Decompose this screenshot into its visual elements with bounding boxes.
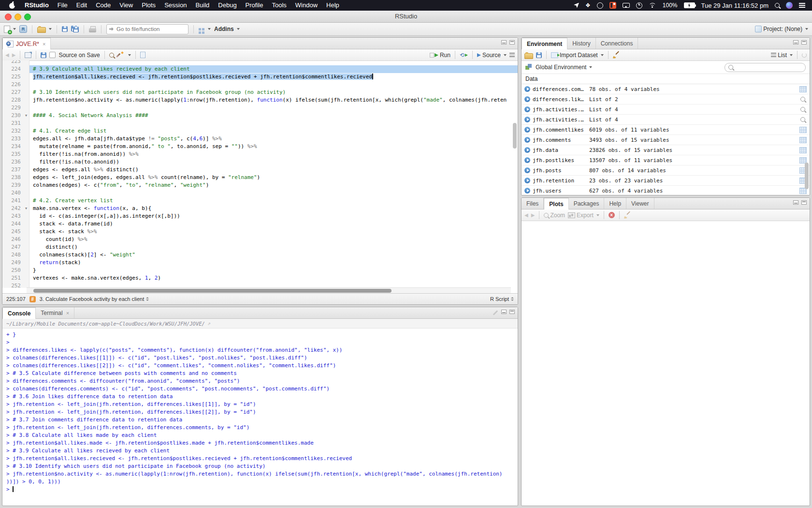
panes-layout-button[interactable]	[199, 28, 211, 30]
goto-file-function-input[interactable]	[116, 26, 175, 32]
plots-tab-plots[interactable]: Plots	[544, 198, 568, 209]
minimize-pane-icon[interactable]	[501, 40, 507, 45]
find-replace-icon[interactable]	[109, 53, 114, 58]
save-all-button[interactable]	[71, 26, 79, 32]
environment-object-row[interactable]: jfh.activities.…List of 4	[522, 115, 810, 125]
dropbox-icon[interactable]: ❖	[585, 2, 591, 8]
environment-object-row[interactable]: jfh.users627 obs. of 4 variables	[522, 186, 810, 195]
expand-object-icon[interactable]	[524, 117, 530, 122]
expand-object-icon[interactable]	[524, 167, 530, 173]
environment-object-row[interactable]: jfh.comments3493 obs. of 15 variables	[522, 135, 810, 145]
clear-console-icon[interactable]	[493, 310, 498, 315]
menu-item-edit[interactable]: Edit	[72, 1, 91, 9]
expand-object-icon[interactable]	[524, 137, 530, 143]
environment-vertical-scrollbar[interactable]	[805, 163, 809, 189]
menu-item-code[interactable]: Code	[91, 1, 115, 9]
inspect-object-icon[interactable]	[800, 97, 805, 102]
section-navigator[interactable]: 3. Calculate Facebook activity by each c…	[40, 296, 149, 302]
load-workspace-icon[interactable]	[524, 53, 533, 59]
open-file-button[interactable]	[37, 25, 52, 33]
menu-item-session[interactable]: Session	[160, 1, 191, 9]
expand-object-icon[interactable]	[524, 157, 530, 163]
inspect-object-icon[interactable]	[800, 107, 805, 112]
refresh-icon[interactable]	[802, 53, 807, 58]
document-outline-icon[interactable]	[509, 53, 515, 57]
display-mirroring-icon[interactable]	[623, 3, 630, 8]
environment-tab-history[interactable]: History	[567, 38, 595, 49]
list-view-button[interactable]: List	[771, 52, 793, 59]
code-editor[interactable]: 223224# 3.9 Calculate all likes recieved…	[2, 60, 518, 288]
expand-object-icon[interactable]	[524, 127, 530, 133]
environment-object-row[interactable]: jfh.posts807 obs. of 14 variables	[522, 165, 810, 176]
new-file-button[interactable]	[4, 26, 16, 33]
project-menu-button[interactable]: Project: (None)	[755, 26, 808, 32]
close-tab-icon[interactable]: ×	[43, 41, 45, 47]
forward-icon[interactable]: ▶	[12, 52, 16, 58]
menu-item-help[interactable]: Help	[322, 1, 344, 9]
maximize-pane-icon[interactable]	[801, 40, 807, 45]
expand-object-icon[interactable]	[524, 106, 530, 112]
export-plot-button[interactable]: Export	[568, 212, 599, 219]
next-plot-icon[interactable]: ▶	[531, 212, 535, 218]
plots-tab-viewer[interactable]: Viewer	[626, 198, 654, 209]
circle-zero-app-icon[interactable]	[597, 2, 603, 9]
close-tab-icon[interactable]: ×	[66, 310, 69, 316]
menu-item-debug[interactable]: Debug	[214, 1, 241, 9]
environment-object-row[interactable]: jfh.commentlikes6019 obs. of 11 variable…	[522, 125, 810, 135]
goto-directory-icon[interactable]: ⇗	[207, 320, 211, 327]
notification-center-icon[interactable]	[799, 3, 805, 8]
maximize-pane-icon[interactable]	[801, 200, 807, 205]
environment-object-row[interactable]: jfh.data23826 obs. of 15 variables	[522, 145, 810, 155]
source-button[interactable]: Source	[477, 52, 507, 59]
plots-tab-files[interactable]: Files	[522, 198, 544, 209]
expand-object-icon[interactable]	[524, 188, 530, 194]
expand-object-icon[interactable]	[524, 86, 530, 92]
rerun-button[interactable]: ⟲	[460, 52, 468, 58]
environment-object-row[interactable]: jfh.activities.…List of 4	[522, 105, 810, 115]
menu-item-rstudio[interactable]: RStudio	[20, 1, 53, 9]
save-button[interactable]	[62, 26, 68, 32]
time-machine-icon[interactable]	[636, 2, 642, 9]
environment-search-input[interactable]	[736, 64, 791, 71]
menu-item-plots[interactable]: Plots	[137, 1, 160, 9]
back-icon[interactable]: ◀	[5, 52, 9, 58]
clear-all-plots-icon[interactable]	[624, 212, 631, 219]
maximize-pane-icon[interactable]	[509, 310, 515, 314]
editor-vertical-scrollbar[interactable]	[513, 123, 517, 149]
environment-tab-connections[interactable]: Connections	[596, 38, 638, 49]
save-source-icon[interactable]	[41, 52, 46, 58]
menu-item-profile[interactable]: Profile	[241, 1, 268, 9]
addins-button[interactable]: Addins	[214, 26, 240, 32]
maximize-pane-icon[interactable]	[509, 40, 515, 45]
view-table-icon[interactable]	[799, 137, 807, 143]
environment-object-row[interactable]: differences.com…78 obs. of 4 variables	[522, 84, 810, 94]
fold-arrow-icon[interactable]: ▼	[23, 112, 29, 120]
view-table-icon[interactable]	[799, 127, 807, 133]
expand-object-icon[interactable]	[524, 96, 530, 102]
code-tools-icon[interactable]	[117, 52, 124, 59]
file-type-selector[interactable]: R Script	[490, 296, 514, 302]
menu-item-tools[interactable]: Tools	[267, 1, 290, 9]
menu-item-file[interactable]: File	[53, 1, 72, 9]
menu-item-view[interactable]: View	[115, 1, 137, 9]
menu-item-window[interactable]: Window	[291, 1, 322, 9]
compile-report-icon[interactable]	[140, 52, 145, 58]
apple-menu-icon[interactable]	[9, 1, 15, 9]
zoom-plot-button[interactable]: Zoom	[544, 212, 565, 219]
battery-icon[interactable]	[684, 2, 695, 8]
console-tab-console[interactable]: Console	[2, 307, 36, 319]
minimize-pane-icon[interactable]	[793, 200, 798, 205]
location-services-icon[interactable]	[574, 3, 579, 8]
minimize-pane-icon[interactable]	[793, 40, 798, 45]
plots-tab-packages[interactable]: Packages	[569, 198, 605, 209]
import-dataset-button[interactable]: Import Dataset	[551, 52, 604, 59]
console-output[interactable]: + }> > differences.likes <- lapply(c("po…	[2, 329, 518, 493]
siri-icon[interactable]	[786, 2, 793, 9]
clear-objects-icon[interactable]	[613, 52, 620, 59]
menubar-clock[interactable]: Tue 29 Jan 11:16:52 pm	[701, 2, 768, 9]
run-button[interactable]: Run	[430, 52, 450, 59]
console-tab-terminal[interactable]: Terminal×	[36, 307, 74, 318]
view-table-icon[interactable]	[799, 147, 807, 153]
print-button[interactable]	[89, 26, 96, 32]
save-workspace-icon[interactable]	[536, 52, 542, 58]
